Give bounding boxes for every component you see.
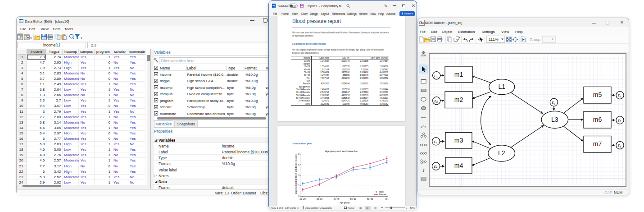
svg-text:m1: m1: [454, 71, 463, 78]
svg-text:Group:: Group:: [530, 37, 541, 41]
svg-text:m4: m4: [454, 162, 463, 169]
svg-text:m2: m2: [454, 96, 463, 103]
svg-text:L3: L3: [551, 116, 558, 123]
svg-text:T: T: [422, 167, 425, 173]
svg-text:m3: m3: [454, 137, 463, 144]
svg-text:m5: m5: [593, 91, 602, 98]
svg-text:L1: L1: [499, 83, 506, 90]
svg-text:m6: m6: [593, 116, 602, 123]
svg-text:m7: m7: [593, 140, 602, 147]
svg-text:111%: 111%: [489, 37, 499, 41]
svg-text:L2: L2: [498, 149, 505, 157]
